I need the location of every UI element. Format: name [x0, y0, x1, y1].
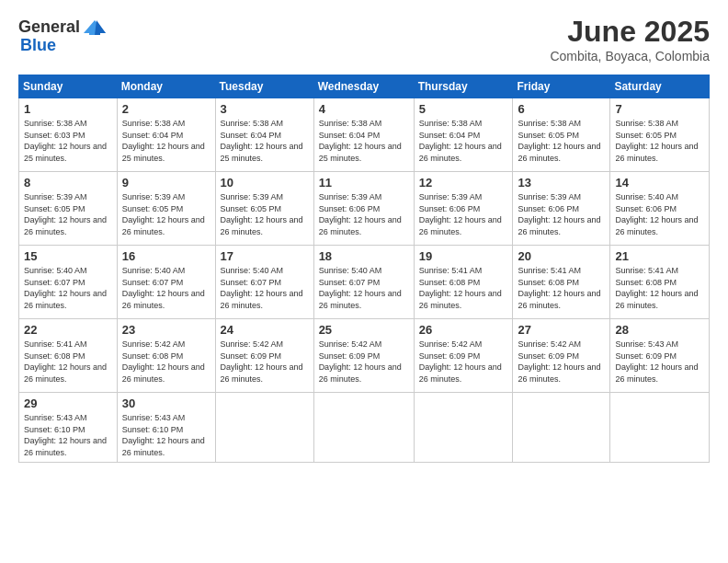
day-number: 12 [419, 176, 508, 190]
day-number: 7 [615, 102, 704, 116]
header-wednesday: Wednesday [313, 75, 414, 98]
day-number: 9 [122, 176, 210, 190]
day-number: 3 [221, 102, 309, 116]
table-row [313, 393, 414, 463]
day-info: Sunrise: 5:40 AM Sunset: 6:07 PM Dayligh… [319, 265, 409, 311]
day-number: 19 [419, 249, 508, 263]
table-row: 27 Sunrise: 5:42 AM Sunset: 6:09 PM Dayl… [513, 319, 610, 393]
table-row [610, 393, 710, 463]
header-thursday: Thursday [414, 75, 513, 98]
day-info: Sunrise: 5:43 AM Sunset: 6:10 PM Dayligh… [122, 412, 210, 458]
day-info: Sunrise: 5:40 AM Sunset: 6:07 PM Dayligh… [24, 265, 112, 311]
day-number: 5 [419, 102, 508, 116]
calendar-week-row: 22 Sunrise: 5:41 AM Sunset: 6:08 PM Dayl… [19, 319, 710, 393]
day-number: 17 [221, 249, 309, 263]
day-number: 18 [319, 249, 409, 263]
table-row: 19 Sunrise: 5:41 AM Sunset: 6:08 PM Dayl… [414, 246, 513, 319]
day-info: Sunrise: 5:39 AM Sunset: 6:06 PM Dayligh… [419, 191, 508, 237]
day-info: Sunrise: 5:39 AM Sunset: 6:05 PM Dayligh… [122, 191, 210, 237]
day-info: Sunrise: 5:42 AM Sunset: 6:09 PM Dayligh… [419, 339, 508, 385]
header: General Blue June 2025 Combita, Boyaca, … [18, 15, 710, 63]
table-row: 21 Sunrise: 5:41 AM Sunset: 6:08 PM Dayl… [610, 246, 710, 319]
day-info: Sunrise: 5:39 AM Sunset: 6:06 PM Dayligh… [518, 191, 605, 237]
table-row: 7 Sunrise: 5:38 AM Sunset: 6:05 PM Dayli… [610, 98, 710, 172]
table-row: 17 Sunrise: 5:40 AM Sunset: 6:07 PM Dayl… [215, 246, 313, 319]
header-tuesday: Tuesday [215, 75, 313, 98]
header-sunday: Sunday [19, 75, 118, 98]
day-number: 2 [122, 102, 210, 116]
day-number: 10 [221, 176, 309, 190]
location: Combita, Boyaca, Colombia [550, 49, 710, 63]
header-monday: Monday [117, 75, 215, 98]
day-number: 26 [419, 323, 508, 337]
logo-blue-text: Blue [20, 37, 56, 55]
table-row: 14 Sunrise: 5:40 AM Sunset: 6:06 PM Dayl… [610, 172, 710, 246]
day-number: 8 [24, 176, 112, 190]
header-friday: Friday [513, 75, 610, 98]
day-number: 20 [518, 249, 605, 263]
day-number: 15 [24, 249, 112, 263]
table-row: 22 Sunrise: 5:41 AM Sunset: 6:08 PM Dayl… [19, 319, 118, 393]
day-info: Sunrise: 5:38 AM Sunset: 6:03 PM Dayligh… [24, 118, 112, 164]
calendar-week-row: 8 Sunrise: 5:39 AM Sunset: 6:05 PM Dayli… [19, 172, 710, 246]
logo: General Blue [18, 15, 108, 55]
day-info: Sunrise: 5:42 AM Sunset: 6:09 PM Dayligh… [518, 339, 605, 385]
day-info: Sunrise: 5:43 AM Sunset: 6:10 PM Dayligh… [24, 412, 112, 458]
table-row: 9 Sunrise: 5:39 AM Sunset: 6:05 PM Dayli… [117, 172, 215, 246]
calendar-header-row: Sunday Monday Tuesday Wednesday Thursday… [19, 75, 710, 98]
table-row: 28 Sunrise: 5:43 AM Sunset: 6:09 PM Dayl… [610, 319, 710, 393]
header-saturday: Saturday [610, 75, 710, 98]
day-info: Sunrise: 5:43 AM Sunset: 6:09 PM Dayligh… [615, 339, 704, 385]
table-row: 18 Sunrise: 5:40 AM Sunset: 6:07 PM Dayl… [313, 246, 414, 319]
day-info: Sunrise: 5:40 AM Sunset: 6:07 PM Dayligh… [221, 265, 309, 311]
day-info: Sunrise: 5:38 AM Sunset: 6:04 PM Dayligh… [319, 118, 409, 164]
day-number: 22 [24, 323, 112, 337]
table-row: 8 Sunrise: 5:39 AM Sunset: 6:05 PM Dayli… [19, 172, 118, 246]
table-row: 16 Sunrise: 5:40 AM Sunset: 6:07 PM Dayl… [117, 246, 215, 319]
day-info: Sunrise: 5:39 AM Sunset: 6:05 PM Dayligh… [24, 191, 112, 237]
table-row: 12 Sunrise: 5:39 AM Sunset: 6:06 PM Dayl… [414, 172, 513, 246]
table-row: 11 Sunrise: 5:39 AM Sunset: 6:06 PM Dayl… [313, 172, 414, 246]
day-info: Sunrise: 5:42 AM Sunset: 6:09 PM Dayligh… [221, 339, 309, 385]
day-number: 27 [518, 323, 605, 337]
day-number: 23 [122, 323, 210, 337]
calendar-week-row: 1 Sunrise: 5:38 AM Sunset: 6:03 PM Dayli… [19, 98, 710, 172]
table-row: 1 Sunrise: 5:38 AM Sunset: 6:03 PM Dayli… [19, 98, 118, 172]
month-title: June 2025 [550, 15, 710, 49]
day-info: Sunrise: 5:38 AM Sunset: 6:04 PM Dayligh… [122, 118, 210, 164]
logo-general-text: General [18, 18, 80, 37]
page: General Blue June 2025 Combita, Boyaca, … [0, 0, 728, 563]
table-row: 30 Sunrise: 5:43 AM Sunset: 6:10 PM Dayl… [117, 393, 215, 463]
day-info: Sunrise: 5:38 AM Sunset: 6:04 PM Dayligh… [221, 118, 309, 164]
table-row: 10 Sunrise: 5:39 AM Sunset: 6:05 PM Dayl… [215, 172, 313, 246]
day-info: Sunrise: 5:41 AM Sunset: 6:08 PM Dayligh… [615, 265, 704, 311]
calendar-week-row: 15 Sunrise: 5:40 AM Sunset: 6:07 PM Dayl… [19, 246, 710, 319]
day-info: Sunrise: 5:40 AM Sunset: 6:06 PM Dayligh… [615, 191, 704, 237]
day-number: 14 [615, 176, 704, 190]
day-number: 13 [518, 176, 605, 190]
day-number: 4 [319, 102, 409, 116]
day-number: 28 [615, 323, 704, 337]
table-row: 4 Sunrise: 5:38 AM Sunset: 6:04 PM Dayli… [313, 98, 414, 172]
table-row: 2 Sunrise: 5:38 AM Sunset: 6:04 PM Dayli… [117, 98, 215, 172]
table-row: 13 Sunrise: 5:39 AM Sunset: 6:06 PM Dayl… [513, 172, 610, 246]
table-row [513, 393, 610, 463]
day-number: 16 [122, 249, 210, 263]
day-number: 11 [319, 176, 409, 190]
day-number: 21 [615, 249, 704, 263]
day-number: 24 [221, 323, 309, 337]
table-row: 20 Sunrise: 5:41 AM Sunset: 6:08 PM Dayl… [513, 246, 610, 319]
table-row [414, 393, 513, 463]
title-block: June 2025 Combita, Boyaca, Colombia [550, 15, 710, 63]
day-info: Sunrise: 5:38 AM Sunset: 6:04 PM Dayligh… [419, 118, 508, 164]
day-info: Sunrise: 5:42 AM Sunset: 6:08 PM Dayligh… [122, 339, 210, 385]
calendar-week-row: 29 Sunrise: 5:43 AM Sunset: 6:10 PM Dayl… [19, 393, 710, 463]
table-row: 25 Sunrise: 5:42 AM Sunset: 6:09 PM Dayl… [313, 319, 414, 393]
day-number: 29 [24, 396, 112, 410]
table-row: 15 Sunrise: 5:40 AM Sunset: 6:07 PM Dayl… [19, 246, 118, 319]
table-row: 26 Sunrise: 5:42 AM Sunset: 6:09 PM Dayl… [414, 319, 513, 393]
day-number: 25 [319, 323, 409, 337]
table-row: 3 Sunrise: 5:38 AM Sunset: 6:04 PM Dayli… [215, 98, 313, 172]
day-number: 1 [24, 102, 112, 116]
day-info: Sunrise: 5:41 AM Sunset: 6:08 PM Dayligh… [518, 265, 605, 311]
